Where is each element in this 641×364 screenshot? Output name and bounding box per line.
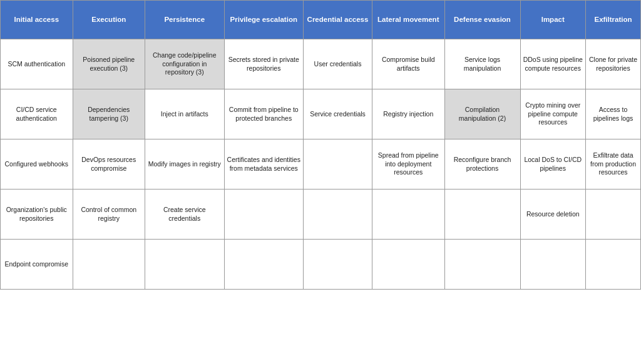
table-row: SCM authenticationPoisoned pipeline exec… [1,39,641,89]
header-impact: Impact [520,1,586,39]
table-row: CI/CD service authenticationDependencies… [1,89,641,139]
table-cell: DDoS using pipeline compute resources [520,39,586,89]
table-cell [586,240,641,290]
header-exfiltration: Exfiltration [586,1,641,39]
table-cell: Registry injection [372,89,445,139]
table-cell [372,240,445,290]
table-cell [145,240,225,290]
table-cell [224,190,304,240]
header-persistence: Persistence [145,1,225,39]
table-cell: SCM authentication [1,39,73,89]
table-cell: Control of common registry [73,190,145,240]
table-cell: User credentials [304,39,372,89]
table-row: Endpoint compromise [1,240,641,290]
table-cell [73,240,145,290]
table-cell: Secrets stored in private repositories [224,39,304,89]
table-cell: Organization's public repositories [1,190,73,240]
table-cell: Compromise build artifacts [372,39,445,89]
table-cell: Service credentials [304,89,372,139]
header-defense-evasion: Defense evasion [444,1,520,39]
table-cell: Endpoint compromise [1,240,73,290]
table-cell: Modify images in registry [145,139,225,190]
table-cell: Certificates and identities from metadat… [224,139,304,190]
table-cell: Exfiltrate data from production resource… [586,139,641,190]
table-cell: DevOps resources compromise [73,139,145,190]
table-cell: CI/CD service authentication [1,89,73,139]
table-cell [304,139,372,190]
header-row: Initial accessExecutionPersistencePrivil… [1,1,641,39]
table-cell [224,240,304,290]
table-cell [444,240,520,290]
table-cell [520,240,586,290]
table-cell: Dependencies tampering (3) [73,89,145,139]
table-row: Configured webhooksDevOps resources comp… [1,139,641,190]
header-credential-access: Credential access [304,1,372,39]
table-cell: Create service credentials [145,190,225,240]
table-cell: Reconfigure branch protections [444,139,520,190]
table-cell: Poisoned pipeline execution (3) [73,39,145,89]
table-cell: Service logs manipulation [444,39,520,89]
table-cell: Commit from pipeline to protected branch… [224,89,304,139]
header-execution: Execution [73,1,145,39]
table-row: Organization's public repositoriesContro… [1,190,641,240]
matrix-container: Initial accessExecutionPersistencePrivil… [0,0,641,364]
table-cell: Access to pipelines logs [586,89,641,139]
table-cell: Clone for private repositories [586,39,641,89]
header-lateral-movement: Lateral movement [372,1,445,39]
table-cell [444,190,520,240]
table-cell: Inject in artifacts [145,89,225,139]
table-cell: Change code/pipeline configuration in re… [145,39,225,89]
header-privilege-escalation: Privilege escalation [224,1,304,39]
table-cell: Compilation manipulation (2) [444,89,520,139]
attack-matrix-table: Initial accessExecutionPersistencePrivil… [0,0,641,290]
table-cell [586,190,641,240]
table-cell: Configured webhooks [1,139,73,190]
table-cell: Crypto mining over pipeline compute reso… [520,89,586,139]
header-initial-access: Initial access [1,1,73,39]
table-cell [304,190,372,240]
table-cell: Local DoS to CI/CD pipelines [520,139,586,190]
table-cell: Resource deletion [520,190,586,240]
table-cell: Spread from pipeline into deployment res… [372,139,445,190]
table-cell [372,190,445,240]
table-cell [304,240,372,290]
